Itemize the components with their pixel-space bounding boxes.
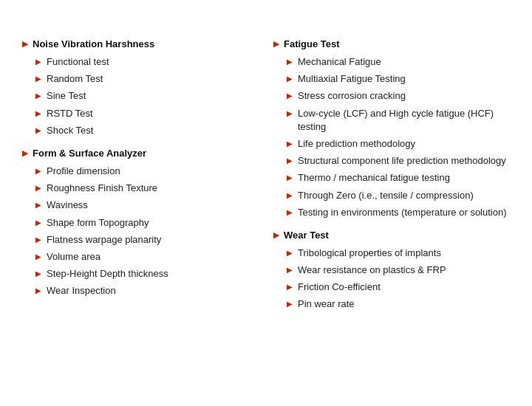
item-arrow-icon: ▶ [287,190,293,201]
item-arrow-icon: ▶ [287,207,293,218]
item-label: Volume area [47,250,100,264]
list-item: ▶Random Test [35,72,259,86]
list-item: ▶Tribological properties of implants [287,247,510,260]
item-label: Friction Co-efficient [298,281,381,294]
sub-list-fatigue-test: ▶Mechanical Fatigue▶Multiaxial Fatigue T… [273,55,510,219]
item-label: Multiaxial Fatigue Testing [298,72,406,86]
item-arrow-icon: ▶ [35,74,41,84]
list-item: ▶Profile dimension [35,165,259,178]
list-item: ▶Pin wear rate [287,297,510,311]
item-label: Roughness Finish Texture [47,182,157,195]
list-item: ▶Wear resistance on plastics & FRP [287,264,510,277]
item-arrow-icon: ▶ [35,57,41,67]
item-arrow-icon: ▶ [35,91,41,101]
item-arrow-icon: ▶ [287,248,293,258]
list-item: ▶Testing in environments (temperature or… [287,206,510,219]
left-column: ▶Noise Vibration Harshness▶Functional te… [22,28,259,315]
section-title-noise-vibration: Noise Vibration Harshness [33,38,154,49]
list-item: ▶Wear Inspection [35,284,259,297]
item-arrow-icon: ▶ [35,235,41,245]
list-item: ▶Through Zero (i.e., tensile / compressi… [287,189,510,202]
item-arrow-icon: ▶ [287,57,293,67]
item-label: Sine Test [47,89,86,103]
item-label: Life prediction methodology [298,137,415,151]
item-arrow-icon: ▶ [287,265,293,275]
section-header-fatigue-test: ▶Fatigue Test [273,38,510,49]
item-arrow-icon: ▶ [287,139,293,149]
list-item: ▶Structural component life prediction me… [287,154,510,168]
list-item: ▶Thermo / mechanical fatigue testing [287,171,510,185]
list-item: ▶Shape form Topography [35,216,259,230]
item-label: Testing in environments (temperature or … [298,206,507,219]
list-item: ▶Friction Co-efficient [287,281,510,294]
item-label: Mechanical Fatigue [298,55,381,69]
item-label: Shock Test [47,124,93,137]
list-item: ▶Mechanical Fatigue [287,55,510,69]
item-label: Step-Height Depth thickness [47,267,168,281]
item-label: Profile dimension [47,165,120,178]
item-arrow-icon: ▶ [287,109,293,119]
item-label: Stress corrosion cracking [298,89,406,103]
item-label: Flatness warpage planarity [47,233,161,247]
item-arrow-icon: ▶ [35,218,41,228]
section-arrow-icon: ▶ [273,39,279,49]
sub-list-form-surface: ▶Profile dimension▶Roughness Finish Text… [22,165,259,298]
section-header-form-surface: ▶Form & Surface Analyzer [22,148,259,159]
item-label: Functional test [47,55,109,69]
list-item: ▶Life prediction methodology [287,137,510,151]
item-label: Wear Inspection [47,284,116,297]
item-arrow-icon: ▶ [287,74,293,84]
item-arrow-icon: ▶ [287,156,293,166]
sub-list-noise-vibration: ▶Functional test▶Random Test▶Sine Test▶R… [22,55,259,137]
main-columns: ▶Noise Vibration Harshness▶Functional te… [22,28,510,315]
item-arrow-icon: ▶ [35,109,41,119]
list-item: ▶Multiaxial Fatigue Testing [287,72,510,86]
item-arrow-icon: ▶ [287,299,293,309]
list-item: ▶Volume area [35,250,259,264]
item-label: Pin wear rate [298,297,355,311]
list-item: ▶Sine Test [35,89,259,103]
list-item: ▶Functional test [35,55,259,69]
section-title-fatigue-test: Fatigue Test [284,38,340,49]
item-arrow-icon: ▶ [287,91,293,101]
item-arrow-icon: ▶ [35,166,41,176]
item-label: Thermo / mechanical fatigue testing [298,171,450,185]
section-arrow-icon: ▶ [22,39,28,49]
list-item: ▶RSTD Test [35,107,259,120]
section-arrow-icon: ▶ [22,148,28,158]
item-arrow-icon: ▶ [35,269,41,279]
item-label: Shape form Topography [47,216,149,230]
item-arrow-icon: ▶ [35,286,41,296]
item-arrow-icon: ▶ [35,200,41,210]
list-item: ▶Step-Height Depth thickness [35,267,259,281]
item-label: Waviness [47,199,88,212]
sub-list-wear-test: ▶Tribological properties of implants▶Wea… [273,247,510,312]
item-arrow-icon: ▶ [35,125,41,136]
item-arrow-icon: ▶ [287,282,293,292]
section-header-wear-test: ▶Wear Test [273,230,510,241]
section-arrow-icon: ▶ [273,230,279,240]
list-item: ▶Shock Test [35,124,259,137]
item-label: Low-cycle (LCF) and High cycle fatigue (… [298,107,510,134]
item-label: Through Zero (i.e., tensile / compressio… [298,189,474,202]
item-label: Random Test [47,72,103,86]
item-arrow-icon: ▶ [35,183,41,193]
item-arrow-icon: ▶ [35,252,41,262]
section-title-form-surface: Form & Surface Analyzer [33,148,146,159]
right-column: ▶Fatigue Test▶Mechanical Fatigue▶Multiax… [273,28,510,315]
item-label: Wear resistance on plastics & FRP [298,264,446,277]
list-item: ▶Flatness warpage planarity [35,233,259,247]
list-item: ▶Low-cycle (LCF) and High cycle fatigue … [287,107,510,134]
item-label: RSTD Test [47,107,93,120]
section-header-noise-vibration: ▶Noise Vibration Harshness [22,38,259,49]
item-label: Structural component life prediction met… [298,154,506,168]
list-item: ▶Waviness [35,199,259,212]
section-title-wear-test: Wear Test [284,230,329,241]
list-item: ▶Stress corrosion cracking [287,89,510,103]
item-arrow-icon: ▶ [287,173,293,183]
item-label: Tribological properties of implants [298,247,441,260]
list-item: ▶Roughness Finish Texture [35,182,259,195]
